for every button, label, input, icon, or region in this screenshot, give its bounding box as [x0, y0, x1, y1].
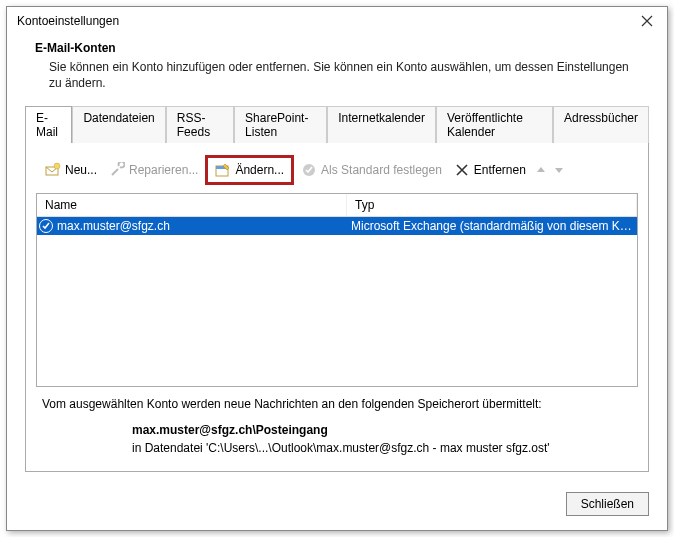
button-bar: Schließen	[7, 482, 667, 530]
default-icon	[301, 162, 317, 178]
remove-icon	[454, 162, 470, 178]
header-section: E-Mail-Konten Sie können ein Konto hinzu…	[7, 35, 667, 105]
repair-label: Reparieren...	[129, 163, 198, 177]
change-button-highlight: Ändern...	[205, 155, 294, 185]
tab-datafiles[interactable]: Datendateien	[72, 106, 165, 143]
delivery-folder: max.muster@sfgz.ch\Posteingang	[132, 421, 632, 439]
list-header: Name Typ	[37, 194, 637, 217]
set-default-button: Als Standard festlegen	[296, 159, 447, 181]
tab-strip: E-Mail Datendateien RSS-Feeds SharePoint…	[25, 106, 649, 143]
tab-internet-calendar[interactable]: Internetkalender	[327, 106, 436, 143]
repair-icon	[109, 162, 125, 178]
change-button[interactable]: Ändern...	[210, 159, 289, 181]
tab-email[interactable]: E-Mail	[25, 106, 72, 143]
remove-button[interactable]: Entfernen	[449, 159, 531, 181]
repair-button: Reparieren...	[104, 159, 203, 181]
svg-point-1	[54, 163, 60, 169]
header-title: E-Mail-Konten	[35, 41, 639, 55]
default-account-icon	[39, 219, 53, 233]
close-icon[interactable]	[637, 13, 657, 29]
tab-addressbooks[interactable]: Adressbücher	[553, 106, 649, 143]
delivery-location-section: Vom ausgewählten Konto werden neue Nachr…	[36, 387, 638, 457]
new-button[interactable]: Neu...	[40, 159, 102, 181]
account-list: Name Typ max.muster@sfgz.ch Microsoft Ex…	[36, 193, 638, 387]
list-row[interactable]: max.muster@sfgz.ch Microsoft Exchange (s…	[37, 217, 637, 235]
column-type[interactable]: Typ	[347, 194, 637, 216]
change-label: Ändern...	[235, 163, 284, 177]
tab-published-calendar[interactable]: Veröffentlichte Kalender	[436, 106, 553, 143]
move-up-icon	[533, 164, 549, 176]
header-description: Sie können ein Konto hinzufügen oder ent…	[35, 59, 639, 91]
window-title: Kontoeinstellungen	[17, 14, 637, 28]
change-icon	[215, 162, 231, 178]
row-name: max.muster@sfgz.ch	[57, 219, 170, 233]
column-name[interactable]: Name	[37, 194, 347, 216]
new-icon	[45, 162, 61, 178]
row-type: Microsoft Exchange (standardmäßig von di…	[347, 218, 637, 234]
tab-panel-email: Neu... Reparieren... Ändern...	[25, 142, 649, 472]
tab-rss[interactable]: RSS-Feeds	[166, 106, 234, 143]
delivery-label: Vom ausgewählten Konto werden neue Nachr…	[42, 397, 632, 411]
account-settings-dialog: Kontoeinstellungen E-Mail-Konten Sie kön…	[6, 6, 668, 531]
titlebar: Kontoeinstellungen	[7, 7, 667, 35]
delivery-path: in Datendatei 'C:\Users\...\Outlook\max.…	[132, 439, 632, 457]
move-down-icon	[551, 164, 567, 176]
close-button[interactable]: Schließen	[566, 492, 649, 516]
default-label: Als Standard festlegen	[321, 163, 442, 177]
new-label: Neu...	[65, 163, 97, 177]
tab-sharepoint[interactable]: SharePoint-Listen	[234, 106, 327, 143]
toolbar: Neu... Reparieren... Ändern...	[36, 153, 638, 193]
remove-label: Entfernen	[474, 163, 526, 177]
